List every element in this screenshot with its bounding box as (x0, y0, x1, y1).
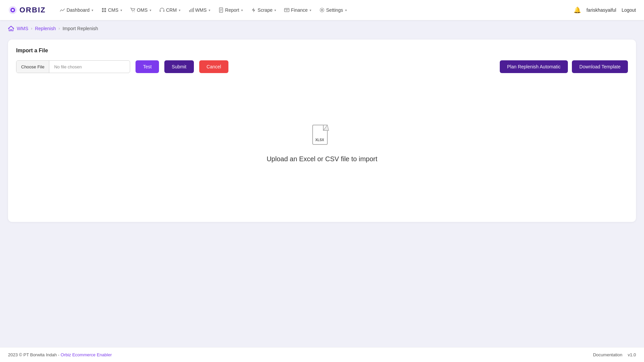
drop-zone: XLSX Upload an Excel or CSV file to impo… (16, 73, 628, 214)
breadcrumb-replenish[interactable]: Replenish (35, 26, 56, 31)
cancel-button[interactable]: Cancel (199, 60, 229, 73)
wms-icon (189, 7, 194, 13)
file-upload-row: Choose File No file chosen Test Submit C… (16, 60, 628, 73)
svg-rect-4 (104, 8, 106, 10)
headset-icon (159, 7, 165, 13)
svg-rect-9 (160, 10, 161, 12)
svg-point-7 (132, 11, 133, 12)
nav-dashboard[interactable]: Dashboard ▾ (56, 5, 97, 15)
xlsx-label: XLSX (315, 138, 324, 142)
svg-rect-5 (102, 10, 104, 12)
logout-button[interactable]: Logout (622, 7, 636, 13)
nav-cms[interactable]: CMS ▾ (98, 5, 125, 15)
file-input-wrapper[interactable]: Choose File No file chosen (16, 60, 130, 73)
cms-arrow: ▾ (120, 8, 122, 12)
wms-arrow: ▾ (209, 8, 210, 12)
dashboard-arrow: ▾ (92, 8, 93, 12)
version-label: v1.0 (628, 352, 636, 357)
svg-rect-14 (193, 8, 194, 12)
footer-brand-link[interactable]: Orbiz Ecommerce Enabler (61, 352, 112, 357)
finance-icon (284, 7, 289, 13)
home-icon (8, 25, 14, 32)
plan-replenish-button[interactable]: Plan Replenish Automatic (500, 60, 568, 73)
file-name-display: No file chosen (49, 64, 130, 69)
nav-settings[interactable]: Settings ▾ (316, 5, 350, 15)
svg-point-20 (286, 9, 287, 11)
svg-rect-13 (192, 8, 193, 12)
dashboard-icon (60, 7, 65, 13)
download-template-button[interactable]: Download Template (572, 60, 628, 73)
breadcrumb-wms[interactable]: WMS (17, 26, 28, 31)
logo[interactable]: ORBIZ (8, 5, 46, 15)
settings-arrow: ▾ (345, 8, 347, 12)
report-icon (218, 7, 224, 13)
orbiz-logo-icon (8, 5, 17, 15)
nav-right: 🔔 fariskhasyaiful Logout (574, 6, 636, 14)
nav-oms[interactable]: OMS ▾ (127, 5, 155, 15)
footer-right: Documentation v1.0 (593, 352, 636, 357)
test-button[interactable]: Test (136, 60, 159, 73)
drop-zone-text: Upload an Excel or CSV file to import (267, 155, 377, 163)
breadcrumb-current: Import Replenish (62, 26, 98, 31)
nav-wms[interactable]: WMS ▾ (185, 5, 214, 15)
nav-scrape[interactable]: Scrape ▾ (248, 5, 279, 15)
import-card: Import a File Choose File No file chosen… (8, 40, 636, 222)
card-title: Import a File (16, 48, 628, 54)
nav-report[interactable]: Report ▾ (215, 5, 246, 15)
nav-items: Dashboard ▾ CMS ▾ OMS ▾ (56, 5, 574, 15)
notification-bell[interactable]: 🔔 (574, 6, 581, 14)
report-arrow: ▾ (241, 8, 243, 12)
breadcrumb: WMS › Replenish › Import Replenish (0, 20, 644, 37)
brand-name: ORBIZ (19, 6, 46, 14)
oms-arrow: ▾ (150, 8, 151, 12)
breadcrumb-sep-2: › (58, 26, 60, 31)
svg-rect-19 (284, 8, 289, 12)
svg-rect-12 (191, 9, 191, 12)
cart-icon (130, 7, 136, 13)
gear-icon (319, 7, 325, 13)
cms-icon (101, 7, 107, 13)
navbar: ORBIZ Dashboard ▾ CMS ▾ (0, 0, 644, 20)
svg-rect-3 (102, 8, 104, 10)
nav-finance[interactable]: Finance ▾ (281, 5, 315, 15)
documentation-link[interactable]: Documentation (593, 352, 622, 357)
svg-point-8 (134, 11, 135, 12)
scrape-arrow: ▾ (274, 8, 276, 12)
breadcrumb-sep-1: › (31, 26, 32, 31)
xlsx-file-icon: XLSX (311, 124, 333, 150)
svg-rect-6 (104, 10, 106, 12)
footer-copyright: 2023 © PT Borwita Indah - Orbiz Ecommerc… (8, 352, 112, 357)
finance-arrow: ▾ (310, 8, 311, 12)
nav-crm[interactable]: CRM ▾ (156, 5, 184, 15)
crm-arrow: ▾ (179, 8, 180, 12)
right-action-buttons: Plan Replenish Automatic Download Templa… (500, 60, 628, 73)
username-display[interactable]: fariskhasyaiful (586, 7, 616, 13)
footer: 2023 © PT Borwita Indah - Orbiz Ecommerc… (0, 347, 644, 362)
submit-button[interactable]: Submit (164, 60, 194, 73)
svg-rect-10 (163, 10, 164, 12)
bolt-icon (251, 7, 256, 13)
choose-file-button[interactable]: Choose File (16, 60, 49, 73)
svg-rect-11 (189, 10, 190, 12)
svg-point-22 (321, 9, 323, 11)
svg-point-2 (12, 9, 14, 11)
